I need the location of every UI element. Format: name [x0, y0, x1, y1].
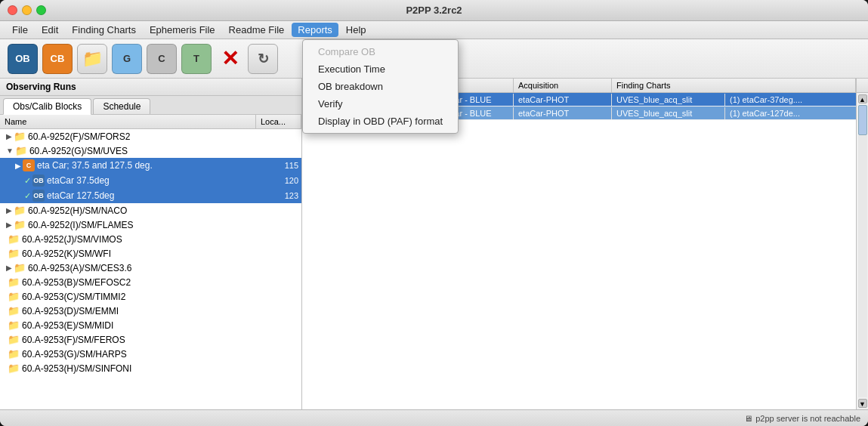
row-label: etaCar 37.5deg — [47, 175, 110, 186]
folder-icon: 📁 — [8, 363, 20, 374]
folder-icon: 📁 — [8, 334, 20, 345]
menubar: File Edit Finding Charts Ephemeris File … — [0, 21, 868, 39]
expand-icon: ▶ — [6, 206, 12, 215]
app-window: P2PP 3.2rc2 File Edit Finding Charts Eph… — [0, 0, 868, 426]
col-name: Name — [0, 115, 256, 128]
folder-icon: 📁 — [8, 348, 20, 360]
tree-row[interactable]: ✓ OB etaCar 127.5deg 123 — [0, 188, 301, 203]
tree-row[interactable]: 📁 60.A-9252(J)/SM/VIMOS — [0, 232, 301, 246]
row-label: 60.A-9252(I)/SM/FLAMES — [28, 220, 133, 230]
right-rows: (P)artiallyD... eta Car eta Car - BLUE e… — [302, 93, 868, 409]
tree-row[interactable]: 📁 60.A-9253(H)/SM/SINFONI — [0, 361, 301, 375]
left-table-header: Name Loca... — [0, 115, 301, 129]
tab-schedule[interactable]: Schedule — [93, 98, 150, 114]
row-label: 60.A-9252(K)/SM/WFI — [22, 248, 111, 259]
titlebar: P2PP 3.2rc2 — [0, 0, 868, 21]
maximize-button[interactable] — [36, 5, 46, 15]
tree-row[interactable]: 📁 60.A-9253(F)/SM/FEROS — [0, 332, 301, 347]
status-icon: 🖥 — [744, 414, 752, 423]
row-label: 60.A-9252(G)/SM/UVES — [29, 146, 128, 156]
cell-acq: etaCar-PHOT — [514, 94, 612, 106]
cb-button[interactable]: CB — [42, 44, 73, 74]
tree-row[interactable]: ▶ 📁 60.A-9252(F)/SM/FORS2 — [0, 129, 301, 144]
menu-file[interactable]: File — [6, 23, 34, 37]
tree-row[interactable]: ▶ 📁 60.A-9252(I)/SM/FLAMES — [0, 218, 301, 232]
close-button[interactable] — [8, 5, 17, 15]
tree-row[interactable]: ▶ 📁 60.A-9252(H)/SM/NACO — [0, 203, 301, 218]
menu-verify[interactable]: Verify — [303, 95, 458, 113]
row-label: eta Car; 37.5 and 127.5 deg. — [37, 160, 153, 171]
g-button[interactable]: G — [112, 44, 142, 74]
tree-row[interactable]: 📁 60.A-9253(B)/SM/EFOSC2 — [0, 275, 301, 289]
scroll-corner — [856, 79, 868, 92]
row-label: 60.A-9253(A)/SM/CES3.6 — [28, 263, 131, 273]
tree-row[interactable]: 📁 60.A-9253(G)/SM/HARPS — [0, 347, 301, 361]
ob-badge-ob: OB — [32, 174, 45, 187]
menu-edit[interactable]: Edit — [36, 23, 64, 37]
status-text: p2pp server is not reachable — [755, 414, 860, 423]
scroll-down-button[interactable]: ▼ — [858, 399, 867, 408]
ob-button[interactable]: OB — [8, 44, 38, 74]
left-panel: Observing Runs Obs/Calib Blocks Schedule… — [0, 79, 302, 409]
folder-icon: 📁 — [8, 305, 20, 316]
statusbar: 🖥 p2pp server is not reachable — [0, 409, 868, 426]
expand-icon: ▶ — [6, 221, 12, 229]
dropdown-menu: Compare OB Execution Time OB breakdown V… — [302, 39, 459, 134]
folder-icon: 📁 — [14, 262, 26, 273]
tabs-bar: Obs/Calib Blocks Schedule — [0, 96, 301, 115]
scrollbar[interactable]: ▲ ▼ — [856, 93, 868, 409]
row-label: etaCar 127.5deg — [47, 190, 114, 201]
c-button[interactable]: C — [147, 44, 177, 74]
tree-row[interactable]: ▼ 📁 60.A-9252(G)/SM/UVES — [0, 144, 301, 158]
minimize-button[interactable] — [22, 5, 32, 15]
cell-acq: etaCar-PHOT — [514, 107, 612, 119]
folder-icon: 📁 — [14, 205, 26, 216]
folder-icon: 📁 — [8, 276, 20, 288]
folder-icon: 📁 — [14, 219, 26, 230]
row-label: 60.A-9253(G)/SM/HARPS — [22, 349, 127, 360]
tab-obs-calib[interactable]: Obs/Calib Blocks — [3, 98, 91, 115]
tree-row[interactable]: 📁 60.A-9253(C)/SM/TIMMI2 — [0, 289, 301, 304]
ob-badge-ob: OB — [32, 190, 45, 202]
row-label: 60.A-9253(E)/SM/MIDI — [22, 320, 113, 331]
tree-row[interactable]: 📁 60.A-9252(K)/SM/WFI — [0, 246, 301, 261]
folder-icon: 📁 — [15, 145, 27, 156]
tree-row[interactable]: 📁 60.A-9253(E)/SM/MIDI — [0, 318, 301, 332]
scroll-thumb[interactable] — [858, 105, 867, 135]
check-icon: ✓ — [24, 191, 31, 201]
menu-compare-ob: Compare OB — [303, 43, 458, 60]
menu-reports[interactable]: Reports — [292, 23, 338, 37]
folder-icon: 📁 — [8, 248, 20, 259]
menu-ob-breakdown[interactable]: OB breakdown — [303, 78, 458, 95]
row-label: 60.A-9253(B)/SM/EFOSC2 — [22, 277, 131, 288]
folder-button[interactable]: 📁 — [77, 44, 107, 74]
window-title: P2PP 3.2rc2 — [406, 5, 462, 16]
tree-container[interactable]: ▶ 📁 60.A-9252(F)/SM/FORS2 ▼ 📁 60.A-9252(… — [0, 129, 301, 409]
menu-help[interactable]: Help — [340, 23, 372, 37]
row-label: 60.A-9253(C)/SM/TIMMI2 — [22, 292, 125, 302]
tree-row[interactable]: ▶ C eta Car; 37.5 and 127.5 deg. 115 — [0, 158, 301, 173]
refresh-button[interactable]: ↻ — [248, 44, 278, 74]
reports-dropdown: Compare OB Execution Time OB breakdown V… — [302, 39, 459, 134]
row-label: 60.A-9253(D)/SM/EMMI — [22, 306, 119, 316]
menu-display-obd[interactable]: Display in OBD (PAF) format — [303, 113, 458, 130]
check-icon: ✓ — [24, 176, 31, 186]
menu-finding-charts[interactable]: Finding Charts — [66, 23, 142, 37]
t-button[interactable]: T — [181, 44, 212, 74]
expand-icon: ▶ — [6, 132, 12, 140]
window-controls — [8, 5, 46, 15]
menu-execution-time[interactable]: Execution Time — [303, 60, 458, 78]
scroll-track — [858, 105, 867, 397]
delete-button[interactable]: ✕ — [216, 44, 243, 74]
cell-acq2: UVES_blue_acq_slit — [612, 107, 725, 119]
tree-row[interactable]: 📁 60.A-9253(D)/SM/EMMI — [0, 304, 301, 318]
tree-row[interactable]: ▶ 📁 60.A-9253(A)/SM/CES3.6 — [0, 261, 301, 275]
col-finding-charts: Finding Charts — [612, 79, 856, 92]
tree-row[interactable]: ✓ OB etaCar 37.5deg 120 — [0, 173, 301, 188]
menu-ephemeris-file[interactable]: Ephemeris File — [144, 23, 221, 37]
expand-icon: ▶ — [6, 264, 12, 272]
menu-readme-file[interactable]: Readme File — [223, 23, 291, 37]
scroll-up-button[interactable]: ▲ — [858, 94, 867, 103]
row-label: 60.A-9252(F)/SM/FORS2 — [28, 131, 130, 142]
row-number: 123 — [285, 191, 298, 200]
